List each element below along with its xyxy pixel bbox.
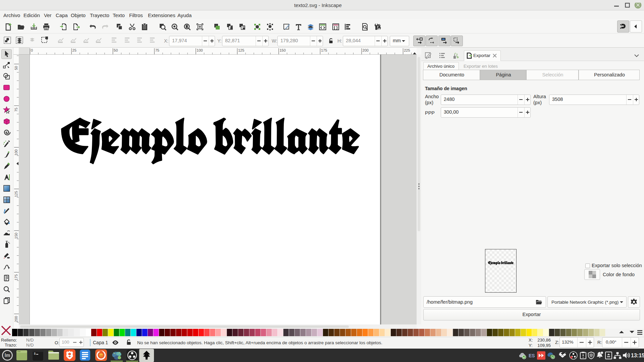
- svg-text:75: 75: [155, 48, 159, 52]
- svg-text:125: 125: [238, 48, 244, 52]
- svg-text:175: 175: [321, 48, 327, 52]
- svg-text:200: 200: [363, 48, 369, 52]
- svg-text:200: 200: [14, 316, 18, 322]
- svg-text:0: 0: [31, 48, 33, 52]
- svg-text:150: 150: [279, 48, 285, 52]
- svg-text:225: 225: [404, 48, 410, 52]
- svg-text:175: 175: [14, 274, 18, 280]
- svg-text:$: $: [34, 352, 36, 356]
- svg-text:lm: lm: [5, 353, 10, 358]
- svg-text:25: 25: [72, 48, 76, 52]
- svg-text:75: 75: [14, 108, 18, 112]
- svg-text:125: 125: [14, 191, 18, 197]
- svg-text:100: 100: [197, 48, 203, 52]
- svg-text:50: 50: [14, 66, 18, 70]
- svg-text:150: 150: [14, 233, 18, 239]
- svg-text:50: 50: [114, 48, 118, 52]
- svg-text:100: 100: [14, 149, 18, 156]
